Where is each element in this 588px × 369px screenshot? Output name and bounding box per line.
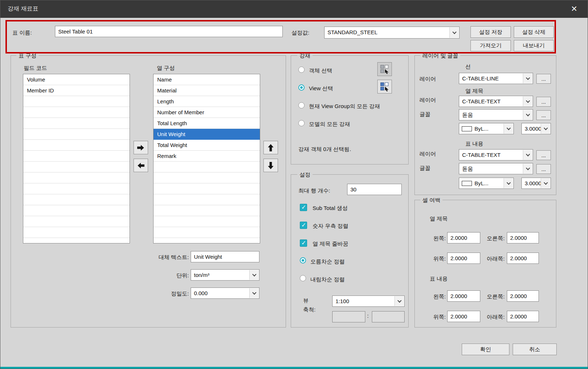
move-left-button[interactable] — [134, 159, 148, 172]
export-button[interactable]: 내보내기 — [514, 40, 554, 51]
select-objects-button[interactable] — [377, 62, 392, 76]
list-item[interactable]: Number of Member — [154, 107, 260, 118]
body-bottom-margin-input[interactable]: 2.0000 — [507, 311, 539, 322]
list-item[interactable]: Material — [154, 85, 260, 96]
custom-scale-numerator-input[interactable] — [332, 311, 365, 322]
scale-colon: : — [367, 313, 369, 319]
header-layer-select[interactable]: C-TABLE-TEXT — [459, 96, 533, 107]
body-layer-select[interactable]: C-TABLE-TEXT — [459, 149, 533, 160]
checkbox-right-align-numbers[interactable] — [300, 222, 307, 229]
chevron-down-icon — [523, 164, 532, 174]
custom-scale-denominator-input[interactable] — [372, 311, 405, 322]
chevron-down-icon — [523, 96, 532, 106]
save-preset-button[interactable]: 설정 저장 — [470, 26, 511, 38]
body-color-value: ByL... — [474, 178, 488, 189]
body-top-margin-input[interactable]: 2.0000 — [447, 311, 480, 322]
move-up-button[interactable] — [263, 141, 278, 154]
arrow-up-icon — [267, 144, 274, 152]
body-font-select[interactable]: 돋움 — [459, 163, 533, 174]
body-right-margin-label: 오른쪽: — [479, 293, 505, 300]
column-config-list[interactable]: Name Material Length Number of Member To… — [153, 74, 260, 243]
body-font-value: 돋움 — [462, 163, 473, 174]
arrow-left-icon — [137, 162, 145, 169]
table-name-input[interactable]: Steel Table 01 — [55, 26, 283, 37]
group-layer-font-title: 레이어 및 글꼴 — [420, 52, 460, 59]
radio-sort-descending[interactable] — [300, 275, 306, 281]
header-text-height-select[interactable]: 3.0000 — [521, 123, 551, 134]
checkbox-wrap-header-label: 열 제목 줄바꿈 — [313, 241, 348, 247]
unit-select[interactable]: ton/m³ — [191, 269, 259, 281]
radio-select-view-label: View 선택 — [309, 85, 333, 92]
chevron-down-icon — [504, 178, 513, 188]
chevron-down-icon — [504, 124, 513, 134]
header-color-select[interactable]: ByL... — [459, 123, 514, 134]
body-left-margin-input[interactable]: 2.0000 — [447, 290, 480, 302]
ok-button[interactable]: 확인 — [462, 344, 509, 355]
select-view-button[interactable] — [377, 80, 392, 94]
arrow-right-icon — [137, 144, 145, 151]
list-item[interactable]: Total Length — [154, 118, 260, 129]
header-right-margin-input[interactable]: 2.0000 — [507, 232, 539, 243]
header-layer-browse-button[interactable]: ... — [536, 97, 551, 107]
chevron-down-icon — [394, 296, 404, 306]
radio-sort-descending-label: 내림차순 정렬 — [310, 276, 345, 283]
preset-label: 설정값: — [291, 29, 309, 36]
close-icon[interactable]: × — [568, 3, 580, 15]
list-item[interactable]: Volume — [23, 74, 130, 85]
header-font-value: 돋움 — [462, 110, 473, 120]
list-item-selected[interactable]: Unit Weight — [154, 129, 260, 140]
chevron-down-icon — [541, 124, 550, 134]
alt-text-input[interactable]: Unit Weight — [191, 251, 259, 262]
header-font-browse-button[interactable]: ... — [536, 110, 551, 120]
field-code-label: 필드 코드 — [24, 65, 47, 72]
radio-select-view[interactable] — [298, 84, 305, 91]
header-top-margin-input[interactable]: 2.0000 — [447, 253, 480, 264]
header-bottom-margin-input[interactable]: 2.0000 — [507, 253, 539, 264]
column-config-label: 열 구성 — [157, 65, 175, 72]
checkbox-right-align-numbers-label: 숫자 우측 정렬 — [313, 223, 348, 230]
group-settings-title: 설정 — [297, 171, 313, 178]
radio-sort-ascending[interactable] — [300, 257, 306, 263]
preset-select[interactable]: STANDARD_STEEL — [324, 27, 460, 39]
line-layer-select[interactable]: C-TABLE-LINE — [459, 73, 533, 84]
radio-all-in-model[interactable] — [298, 120, 305, 126]
field-code-list[interactable]: Volume Member ID — [23, 74, 130, 243]
checkbox-subtotal-label: Sub Total 생성 — [313, 205, 347, 212]
view-scale-label-line2: 축척: — [303, 306, 315, 313]
delete-preset-button[interactable]: 설정 삭제 — [514, 26, 554, 38]
color-swatch — [462, 181, 472, 186]
view-scale-select[interactable]: 1:100 — [332, 295, 405, 307]
body-font-browse-button[interactable]: ... — [536, 164, 551, 174]
header-text-height-value: 3.0000 — [525, 123, 541, 134]
list-item[interactable]: Length — [154, 96, 260, 107]
list-item[interactable]: Name — [154, 74, 260, 85]
line-layer-browse-button[interactable]: ... — [536, 74, 551, 84]
line-layer-label: 레이어 — [420, 76, 436, 83]
header-font-select[interactable]: 돋움 — [459, 109, 533, 120]
selection-status-text: 강재 객체 0개 선택됨. — [298, 146, 351, 153]
header-layer-value: C-TABLE-TEXT — [462, 96, 501, 107]
body-font-label: 글꼴 — [420, 165, 430, 172]
body-layer-browse-button[interactable]: ... — [536, 150, 551, 160]
body-text-height-select[interactable]: 3.0000 — [521, 178, 551, 189]
header-bottom-margin-label: 아래쪽: — [479, 255, 505, 262]
title-bar: 강재 재료표 × — [0, 0, 588, 18]
move-down-button[interactable] — [263, 159, 278, 172]
list-item[interactable]: Member ID — [23, 85, 130, 96]
header-left-margin-input[interactable]: 2.0000 — [447, 232, 480, 243]
checkbox-wrap-header[interactable] — [300, 239, 307, 247]
radio-all-in-viewgroup[interactable] — [298, 102, 305, 108]
max-rows-input[interactable]: 30 — [347, 184, 402, 195]
list-item[interactable]: Total Weight — [154, 140, 260, 151]
cancel-button[interactable]: 취소 — [513, 344, 557, 355]
radio-all-in-model-label: 모델의 모든 강재 — [309, 121, 350, 128]
radio-select-objects[interactable] — [298, 67, 305, 73]
body-right-margin-input[interactable]: 2.0000 — [507, 290, 539, 302]
body-color-select[interactable]: ByL... — [459, 178, 514, 189]
checkbox-subtotal[interactable] — [300, 204, 307, 211]
move-right-button[interactable] — [134, 141, 148, 154]
import-button[interactable]: 가져오기 — [470, 40, 511, 51]
precision-select[interactable]: 0.000 — [191, 287, 259, 299]
list-item[interactable]: Remark — [154, 151, 260, 162]
radio-select-objects-label: 객체 선택 — [309, 67, 332, 74]
